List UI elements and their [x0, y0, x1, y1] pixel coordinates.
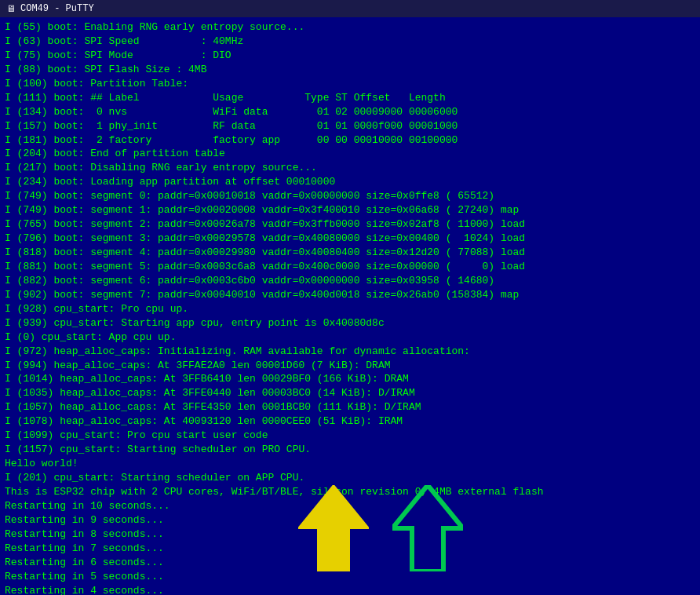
terminal-line: Restarting in 4 seconds...: [5, 584, 695, 596]
terminal-line: I (181) boot: 2 factory factory app 00 0…: [5, 133, 695, 148]
terminal-line: I (749) boot: segment 1: paddr=0x0002000…: [5, 203, 695, 217]
arrow-container: [298, 485, 463, 571]
terminal-line: I (134) boot: 0 nvs WiFi data 01 02 0000…: [5, 105, 695, 119]
terminal-line: I (55) boot: Enabling RNG early entropy …: [5, 20, 695, 35]
terminal-line: I (818) boot: segment 4: paddr=0x0002998…: [5, 246, 695, 260]
terminal-line: Restarting in 5 seconds...: [5, 570, 695, 584]
green-arrow-icon: [392, 485, 463, 571]
terminal-line: I (881) boot: segment 5: paddr=0x0003c6a…: [5, 260, 695, 274]
monitor-icon: 🖥: [6, 3, 16, 15]
terminal-line: I (63) boot: SPI Speed : 40MHz: [5, 35, 695, 49]
terminal-line: I (1035) heap_alloc_caps: At 3FFE0440 le…: [5, 386, 695, 400]
terminal-line: I (796) boot: segment 3: paddr=0x0002957…: [5, 232, 695, 246]
terminal-line: I (1014) heap_alloc_caps: At 3FFB6410 le…: [5, 372, 695, 386]
terminal: I (55) boot: Enabling RNG early entropy …: [0, 17, 700, 595]
terminal-line: I (994) heap_alloc_caps: At 3FFAE2A0 len…: [5, 359, 695, 373]
terminal-line: I (201) cpu_start: Starting scheduler on…: [5, 471, 695, 485]
svg-marker-0: [298, 485, 369, 571]
terminal-line: I (1157) cpu_start: Starting scheduler o…: [5, 443, 695, 457]
terminal-line: Hello world!: [5, 457, 695, 471]
terminal-line: I (88) boot: SPI Flash Size : 4MB: [5, 63, 695, 77]
window-title: COM49 - PuTTY: [20, 3, 94, 14]
svg-marker-1: [392, 485, 463, 571]
terminal-line: I (882) boot: segment 6: paddr=0x0003c6b…: [5, 274, 695, 288]
terminal-line: I (939) cpu_start: Starting app cpu, ent…: [5, 316, 695, 330]
terminal-line: I (972) heap_alloc_caps: Initializing. R…: [5, 345, 695, 359]
terminal-line: I (217) boot: Disabling RNG early entrop…: [5, 161, 695, 175]
terminal-line: I (100) boot: Partition Table:: [5, 77, 695, 91]
terminal-line: I (75) boot: SPI Mode : DIO: [5, 49, 695, 63]
terminal-line: I (157) boot: 1 phy_init RF data 01 01 0…: [5, 119, 695, 133]
terminal-line: I (749) boot: segment 0: paddr=0x0001001…: [5, 189, 695, 203]
terminal-line: I (1057) heap_alloc_caps: At 3FFE4350 le…: [5, 400, 695, 414]
terminal-line: I (0) cpu_start: App cpu up.: [5, 330, 695, 345]
title-bar: 🖥 COM49 - PuTTY: [0, 0, 700, 17]
terminal-line: I (234) boot: Loading app partition at o…: [5, 175, 695, 189]
terminal-line: I (765) boot: segment 2: paddr=0x00026a7…: [5, 217, 695, 232]
terminal-line: I (928) cpu_start: Pro cpu up.: [5, 302, 695, 316]
terminal-line: I (1078) heap_alloc_caps: At 40093120 le…: [5, 414, 695, 429]
terminal-line: I (111) boot: ## Label Usage Type ST Off…: [5, 91, 695, 105]
terminal-line: I (1099) cpu_start: Pro cpu start user c…: [5, 429, 695, 443]
terminal-line: I (902) boot: segment 7: paddr=0x0004001…: [5, 288, 695, 302]
terminal-line: I (204) boot: End of partition table: [5, 147, 695, 161]
yellow-arrow-icon: [298, 485, 369, 571]
